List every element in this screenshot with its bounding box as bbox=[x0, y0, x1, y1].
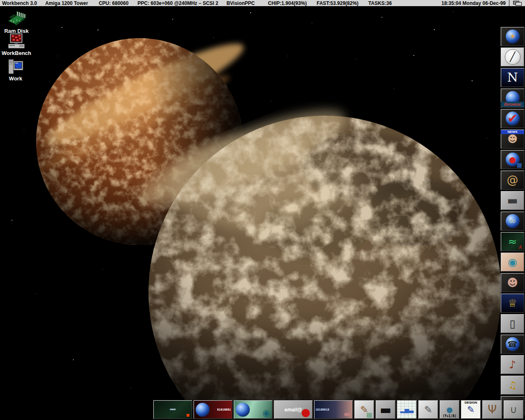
workbench-titlebar: Workbench 3.0 Amiga 1200 Tower CPU: 6800… bbox=[0, 0, 525, 7]
titlebar-tasks: TASKS:36 bbox=[368, 0, 392, 6]
gramophone-glyph: ♪ bbox=[509, 359, 516, 370]
portrait-filmstrip-icon[interactable]: ☻ bbox=[500, 273, 525, 292]
vhs-video-icon[interactable]: ▬ bbox=[375, 400, 396, 419]
desktop-icon-ram-disk[interactable]: Ram Disk bbox=[2, 10, 31, 34]
notepad-editor-icon[interactable]: ✎▤ bbox=[354, 400, 374, 419]
computer-blue-screen-icon bbox=[7, 58, 24, 75]
amiga-boing-globe-badge-glyph: ▦ bbox=[517, 162, 522, 168]
tuning-fork-glyph: Ψ bbox=[488, 404, 497, 415]
eye-viewer-glyph: ◉ bbox=[508, 257, 517, 267]
mortar-pestle-glyph: ∪ bbox=[510, 405, 517, 415]
portrait-filmstrip-glyph: ☻ bbox=[507, 277, 518, 288]
space-wallpaper bbox=[0, 7, 525, 420]
math-calc-icon[interactable]: ●(Y+1/A) bbox=[439, 400, 460, 419]
pda-organizer-glyph: ▯ bbox=[509, 318, 515, 329]
math-calc-label: (Y+1/A) bbox=[443, 414, 457, 418]
pda-organizer-icon[interactable]: ▯ bbox=[500, 314, 525, 333]
math-calc-glyph: ● bbox=[446, 406, 453, 413]
titlebar-gfx-board: BVisionPPC bbox=[226, 0, 255, 6]
email-client-icon[interactable]: ●email@ bbox=[274, 400, 313, 419]
globe-glyph bbox=[236, 403, 250, 417]
right-dock: ☀╱Nibrowse✔☻NEWS●▦@▬∞≈A◉☻♕▯☎♪♫◎ bbox=[500, 27, 524, 415]
design-pen-glyph: ✎ bbox=[467, 405, 475, 414]
notepad-editor-badge-glyph: ▤ bbox=[367, 412, 372, 418]
spreadsheet-chart-icon[interactable]: ▂▅▃ bbox=[397, 400, 417, 419]
titlebar-workbench-version: Workbench 3.0 bbox=[2, 0, 37, 6]
desktop-icon-label: WorkBench bbox=[0, 50, 33, 56]
nautilus-shell-glyph: @ bbox=[507, 174, 518, 186]
voyager-browser-icon[interactable]: ✔ bbox=[500, 109, 525, 128]
binoculars-globe-glyph: ∞ bbox=[509, 217, 516, 226]
trumpet-music-glyph: ♫ bbox=[508, 380, 517, 390]
desktop-icon-workbench[interactable]: WorkBench bbox=[0, 33, 33, 56]
wordprocessor-icon[interactable]: ✎ bbox=[418, 400, 438, 419]
globe-binary-label: 01010001 bbox=[217, 408, 231, 411]
tuning-fork-icon[interactable]: Ψ bbox=[482, 400, 502, 419]
news-reader-glyph: ☻ bbox=[507, 134, 518, 144]
binary-lips-icon[interactable]: ▬10100010 bbox=[314, 400, 353, 419]
voyager-browser-glyph: ✔ bbox=[507, 112, 518, 125]
circuit-cable-badge-glyph: ▪ bbox=[186, 412, 190, 418]
eye-viewer-icon[interactable]: ◉ bbox=[500, 252, 525, 272]
screen-depth-gadget[interactable] bbox=[509, 0, 525, 6]
netscape-n-glyph: N bbox=[507, 71, 518, 84]
titlebar-cpu: CPU: 680060 bbox=[99, 0, 129, 6]
globe-binary-icon[interactable]: 01010001 bbox=[193, 400, 233, 419]
globe-glyph bbox=[196, 403, 210, 417]
ibrowse-browser-icon[interactable]: ibrowse bbox=[500, 88, 525, 108]
amiga-boing-globe-glyph: ● bbox=[509, 155, 516, 164]
tropical-globe-glyph: ☀ bbox=[509, 33, 516, 40]
computer-red-screen-icon bbox=[7, 33, 25, 49]
desktop-icon-work[interactable]: Work bbox=[2, 58, 29, 82]
titlebar-fast-mem: FAST:53.929(82%) bbox=[317, 0, 358, 6]
ram-chip-icon bbox=[6, 10, 27, 27]
vhs-video-glyph: ▬ bbox=[380, 404, 391, 416]
titlebar-chip-mem: CHIP:1.904(93%) bbox=[268, 0, 307, 6]
news-reader-label: NEWS bbox=[501, 130, 524, 134]
ibrowse-browser-label: ibrowse bbox=[501, 102, 524, 107]
binary-lips-badge-glyph: ▬ bbox=[344, 410, 351, 418]
titlebar-machine-name: Amiga 1200 Tower bbox=[45, 0, 88, 6]
design-pen-label: DESIGN bbox=[465, 401, 477, 405]
amiga-boing-globe-icon[interactable]: ●▦ bbox=[500, 150, 525, 169]
amiga-workbench-screen: { "screen": { "titlebar": { "items": [ "… bbox=[0, 0, 525, 420]
trumpet-music-icon[interactable]: ♫ bbox=[500, 375, 525, 395]
desktop-icon-label: Work bbox=[2, 75, 29, 82]
binary-lips-label: 10100010 bbox=[315, 408, 329, 411]
bottom-dock: ━▪01010001◉●email@▬10100010✎▤▬▂▅▃✎●(Y+1/… bbox=[153, 400, 524, 419]
gramophone-icon[interactable]: ♪ bbox=[500, 355, 525, 374]
news-reader-icon[interactable]: ☻NEWS bbox=[500, 129, 525, 149]
email-client-label: email@ bbox=[285, 406, 302, 412]
gauge-clock-glyph: ╱ bbox=[510, 52, 515, 62]
telephone-globe-icon[interactable]: ☎ bbox=[500, 334, 525, 354]
tropical-globe-icon[interactable]: ☀ bbox=[500, 27, 525, 46]
gauge-clock-icon[interactable]: ╱ bbox=[500, 47, 525, 67]
globe-eye-icon[interactable]: ◉ bbox=[233, 400, 273, 419]
multimedia-player-icon[interactable]: ≈A bbox=[500, 232, 525, 251]
circuit-cable-icon[interactable]: ━▪ bbox=[153, 400, 192, 419]
email-client-badge-glyph: ● bbox=[301, 407, 310, 418]
circuit-cable-glyph: ━ bbox=[170, 405, 175, 414]
netscape-n-icon[interactable]: N bbox=[500, 68, 525, 87]
binoculars-globe-icon[interactable]: ∞ bbox=[500, 211, 525, 231]
wordprocessor-glyph: ✎ bbox=[424, 405, 432, 415]
nautilus-shell-icon[interactable]: @ bbox=[500, 170, 525, 190]
telephone-globe-glyph: ☎ bbox=[507, 340, 518, 348]
multimedia-player-badge-glyph: A bbox=[519, 245, 522, 250]
flashlight-glyph: ▬ bbox=[507, 195, 518, 206]
mortar-pestle-icon[interactable]: ∪ bbox=[503, 400, 524, 419]
design-pen-icon[interactable]: ✎DESIGN bbox=[461, 400, 481, 419]
titlebar-clock: 18:35:04 Monday 06-Dec-99 bbox=[441, 0, 506, 6]
titlebar-ppc: PPC: 603e+060 @240MHz – SCSI 2 bbox=[137, 0, 218, 6]
spreadsheet-chart-glyph: ▂▅▃ bbox=[400, 407, 413, 413]
pharaoh-mask-glyph: ♕ bbox=[508, 298, 517, 308]
globe-eye-badge-glyph: ◉ bbox=[262, 409, 270, 418]
flashlight-icon[interactable]: ▬ bbox=[500, 191, 525, 210]
multimedia-player-glyph: ≈ bbox=[508, 236, 517, 247]
depth-gadget-icon-front bbox=[516, 2, 522, 6]
pharaoh-mask-icon[interactable]: ♕ bbox=[500, 293, 525, 313]
